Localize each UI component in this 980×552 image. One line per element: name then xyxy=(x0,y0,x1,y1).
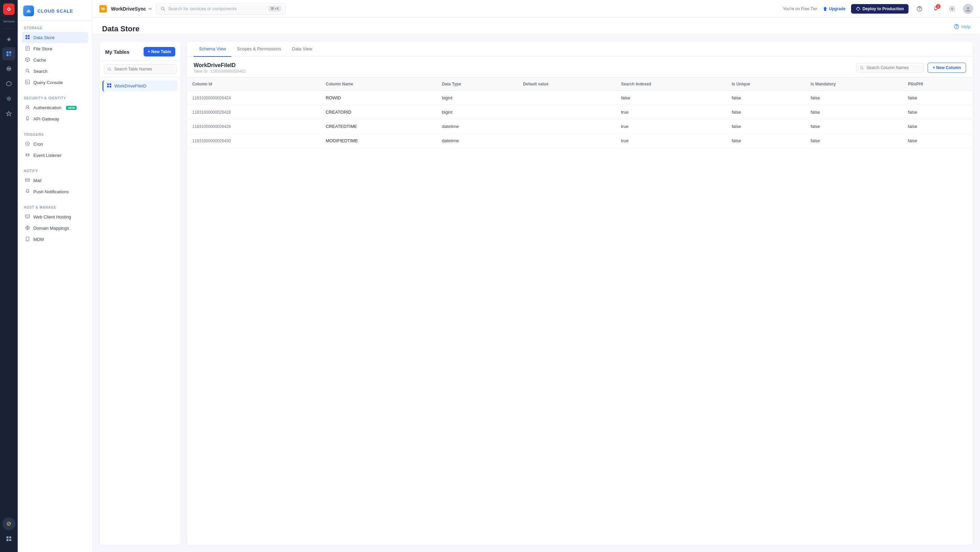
col-header-is-mandatory: Is Mandatory xyxy=(805,78,902,91)
column-search-input[interactable] xyxy=(867,65,920,70)
deploy-icon xyxy=(856,6,861,11)
schema-header: WorkDriveFileID Table ID : 1183100000002… xyxy=(187,57,973,78)
sidebar-item-api-gateway-label: API Gateway xyxy=(33,116,59,121)
table-search-wrap[interactable] xyxy=(104,64,177,74)
data-table-wrap: Column Id Column Name Data Type Default … xyxy=(187,78,973,545)
page: Data Store Help My Tables + New Tabl xyxy=(92,18,980,552)
svg-rect-16 xyxy=(28,37,30,39)
notify-section-label: NOTIFY xyxy=(22,169,88,173)
column-search-icon xyxy=(860,66,864,70)
col-header-pii-ephi: PII/ePHI xyxy=(902,78,973,91)
data-store-icon xyxy=(25,35,30,40)
col-header-column-name: Column Name xyxy=(320,78,436,91)
help-icon-btn[interactable] xyxy=(914,3,925,14)
col-header-search-indexed: Search Indexed xyxy=(616,78,727,91)
web-client-hosting-icon xyxy=(25,214,30,220)
app-logo[interactable] xyxy=(3,3,14,15)
svg-rect-2 xyxy=(6,54,8,56)
table-row[interactable]: 11831000000026428 CREATEDTIME datetime t… xyxy=(187,119,973,134)
sidebar-item-mdm[interactable]: MDM xyxy=(22,234,88,245)
sidebar-section-security: SECURITY & IDENTITY Authentication NEW A… xyxy=(18,91,92,127)
nav-icon-6[interactable] xyxy=(2,107,15,120)
sidebar-item-push-notifications-label: Push Notifications xyxy=(33,189,69,194)
upgrade-button[interactable]: Upgrade xyxy=(823,6,846,11)
sidebar-title: CLOUD SCALE xyxy=(37,8,73,14)
grid-icon[interactable] xyxy=(2,532,15,545)
tab-schema-view[interactable]: Schema View xyxy=(194,41,231,57)
svg-rect-38 xyxy=(107,86,109,87)
cell-column-name: ROWID xyxy=(320,91,436,105)
table-search-input[interactable] xyxy=(115,67,173,72)
table-search-icon xyxy=(108,67,111,72)
sidebar-item-authentication[interactable]: Authentication NEW xyxy=(22,102,88,113)
cell-column-id: 11831000000026428 xyxy=(187,119,320,134)
table-row[interactable]: 11831000000026424 ROWID bigint false fal… xyxy=(187,91,973,105)
search-shortcut: ⌘+K xyxy=(269,6,281,11)
cron-icon xyxy=(25,141,30,147)
sidebar-section-notify: NOTIFY Mail Push Notifications xyxy=(18,164,92,200)
sidebar-item-search[interactable]: Search xyxy=(22,66,88,77)
top-header: W WorkDriveSync Search for services or c… xyxy=(92,0,980,18)
schema-panel: Schema View Scopes & Permissions Data Vi… xyxy=(186,41,973,545)
column-search-wrap[interactable] xyxy=(856,63,924,73)
help-button[interactable]: Help xyxy=(954,24,970,34)
sidebar-item-domain-mappings[interactable]: Domain Mappings xyxy=(22,223,88,234)
sidebar-item-cache[interactable]: Cache xyxy=(22,54,88,66)
tier-info: You're on Free Tier xyxy=(783,6,817,11)
sidebar-item-web-client-hosting[interactable]: Web Client Hosting xyxy=(22,212,88,223)
cell-default-value xyxy=(517,91,616,105)
storage-section-label: STORAGE xyxy=(22,26,88,30)
avatar[interactable] xyxy=(963,4,973,14)
tools-icon[interactable] xyxy=(2,517,15,530)
new-table-button[interactable]: + New Table xyxy=(143,47,175,56)
cell-column-name: CREATORID xyxy=(320,105,436,119)
header-search[interactable]: Search for services or components ⌘+K xyxy=(156,3,285,14)
sidebar-item-query-console[interactable]: Query Console xyxy=(22,77,88,88)
deploy-button[interactable]: Deploy to Production xyxy=(851,4,908,14)
help-label: Help xyxy=(961,24,970,29)
col-header-default-value: Default value xyxy=(517,78,616,91)
cell-column-name: CREATEDTIME xyxy=(320,119,436,134)
nav-icon-5[interactable] xyxy=(2,92,15,105)
nav-icon-2[interactable] xyxy=(2,47,15,60)
event-listener-icon xyxy=(25,153,30,158)
sidebar-item-mail[interactable]: Mail xyxy=(22,175,88,186)
sidebar-item-push-notifications[interactable]: Push Notifications xyxy=(22,186,88,197)
sidebar-item-file-store[interactable]: File Store xyxy=(22,43,88,54)
cell-column-id: 11831000000026424 xyxy=(187,91,320,105)
svg-point-20 xyxy=(27,105,29,108)
tab-data-view[interactable]: Data View xyxy=(286,41,318,57)
svg-rect-11 xyxy=(6,539,8,541)
sidebar-item-api-gateway[interactable]: API Gateway xyxy=(22,113,88,124)
tables-panel: My Tables + New Table xyxy=(99,41,181,545)
mdm-icon xyxy=(25,237,30,242)
sidebar-item-mail-label: Mail xyxy=(33,178,41,183)
cell-default-value xyxy=(517,134,616,148)
api-gateway-icon xyxy=(25,116,30,122)
table-row[interactable]: 11831000000026426 CREATORID bigint true … xyxy=(187,105,973,119)
sidebar-item-event-listener[interactable]: Event Listener xyxy=(22,150,88,161)
notification-btn[interactable]: 1 xyxy=(930,3,941,14)
sidebar-item-cron[interactable]: Cron xyxy=(22,138,88,150)
cell-column-id: 11831000000026430 xyxy=(187,134,320,148)
file-store-icon xyxy=(25,46,30,52)
cell-is-unique: false xyxy=(726,91,805,105)
tab-scopes-permissions[interactable]: Scopes & Permissions xyxy=(231,41,286,57)
cell-is-unique: false xyxy=(726,134,805,148)
nav-icon-3[interactable] xyxy=(2,62,15,75)
nav-icon-4[interactable] xyxy=(2,77,15,90)
table-row[interactable]: 11831000000026430 MODIFIEDTIME datetime … xyxy=(187,134,973,148)
table-list: WorkDriveFileID xyxy=(100,78,181,545)
nav-icon-1[interactable]: ◈ xyxy=(2,32,15,45)
cell-pii-ephi: false xyxy=(902,119,973,134)
new-column-button[interactable]: + New Column xyxy=(928,63,966,73)
columns-body: 11831000000026424 ROWID bigint false fal… xyxy=(187,91,973,148)
table-item[interactable]: WorkDriveFileID xyxy=(102,80,178,92)
table-header-row: Column Id Column Name Data Type Default … xyxy=(187,78,973,91)
sidebar: CLOUD SCALE STORAGE Data Store xyxy=(18,0,92,552)
cell-is-unique: false xyxy=(726,105,805,119)
settings-btn[interactable] xyxy=(947,3,958,14)
app-name[interactable]: WorkDriveSync xyxy=(111,6,152,11)
sidebar-item-data-store[interactable]: Data Store xyxy=(22,32,88,43)
cell-search-indexed: true xyxy=(616,134,727,148)
